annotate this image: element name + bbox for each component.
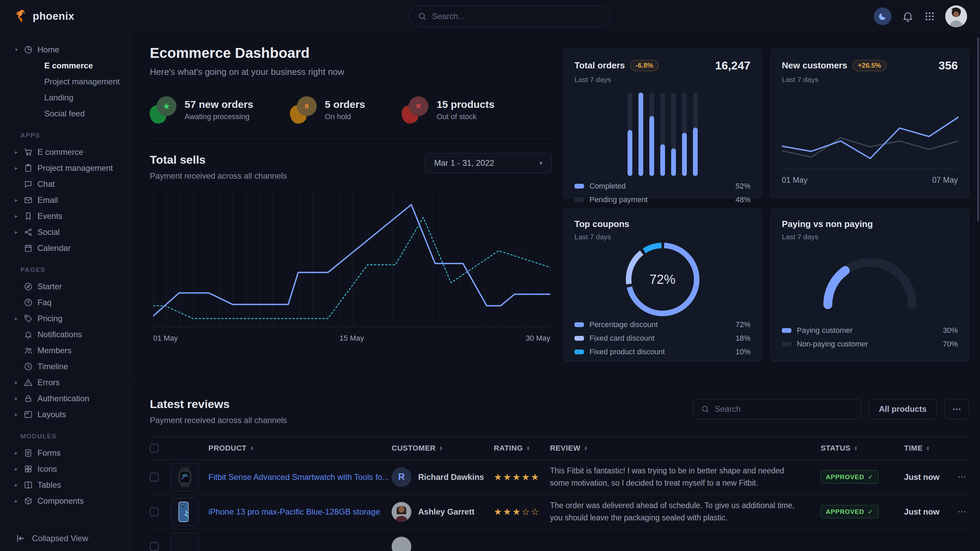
more-options-button[interactable]: ⋯ [945,399,969,419]
sidebar-item-events[interactable]: ▸Events [0,208,130,224]
sidebar-item-chat[interactable]: Chat [0,176,130,192]
total-sells-lines [153,192,550,327]
sidebar-item-home[interactable]: ▾Home [0,41,130,57]
sidebar-item-forms[interactable]: ▸Forms [0,445,130,461]
date-range-value: Mar 1 - 31, 2022 [434,158,494,168]
sidebar-subitem-social-feed[interactable]: Social feed [0,105,130,122]
caret-down-icon: ▾ [15,47,24,53]
legend-swatch [574,349,584,354]
sidebar-item-authentication[interactable]: ▸Authentication [0,391,130,407]
sidebar-section-modules: MODULES [0,422,130,445]
collapsed-view-toggle[interactable]: Collapsed View [0,525,130,551]
column-header-product[interactable]: PRODUCT ▲▼ [171,444,391,453]
sidebar-item-starter[interactable]: Starter [0,278,130,294]
legend-value: 18% [735,334,751,343]
sidebar-item-icons[interactable]: ▸Icons [0,461,130,477]
order-bar [671,92,676,176]
product-link[interactable]: Fitbit Sense Advanced Smartwatch with To… [208,472,389,482]
stat-sublabel: Awating processing [185,112,253,121]
select-all-checkbox[interactable] [150,444,159,453]
theme-toggle-button[interactable] [874,8,891,25]
sidebar-item-faq[interactable]: Faq [0,294,130,310]
sidebar-item-tables[interactable]: ▸Tables [0,477,130,493]
legend-swatch [574,184,584,189]
row-menu-button[interactable]: ⋯ [953,507,969,517]
sidebar-subitem-landing[interactable]: Landing [0,89,130,105]
total-orders-period: Last 7 days [574,76,751,84]
column-label: CUSTOMER [391,444,436,453]
global-search-input[interactable]: Search... [409,6,611,27]
stat-value: 57 new orders [185,99,253,110]
review-text: This Fitbit is fantastic! I was trying t… [550,465,821,489]
row-checkbox[interactable] [150,542,159,551]
sidebar-subitem-e-commerce[interactable]: E commerce [0,57,130,73]
column-header-rating[interactable]: RATING ▲▼ [494,444,550,453]
caret-right-icon: ▸ [15,482,24,488]
search-icon [418,12,427,21]
reviews-search-input[interactable]: Search [693,399,861,419]
legend-swatch [574,197,584,202]
column-header-status[interactable]: STATUS ▲▼ [821,444,904,453]
row-menu-button[interactable]: ⋯ [953,472,969,482]
legend-label: Percentage discount [589,320,658,329]
column-header-review[interactable]: REVIEW ▲▼ [550,444,821,453]
sidebar-item-label: Pricing [37,314,62,323]
sidebar-item-timeline[interactable]: Timeline [0,358,130,374]
brand-name: phoenix [33,10,74,22]
stat-on-hold: 5 orders On hold [290,96,365,124]
column-header-time[interactable]: TIME ▲▼ [904,444,953,453]
sidebar-item-pricing[interactable]: ▸Pricing [0,310,130,326]
sidebar-item-label: Errors [37,378,60,387]
notifications-button[interactable] [902,10,914,22]
all-products-button[interactable]: All products [868,399,937,419]
legend-label: Fixed card discount [589,334,654,343]
column-header-customer[interactable]: CUSTOMER ▲▼ [391,444,494,453]
page-scrollbar[interactable] [977,37,979,221]
user-avatar[interactable] [945,5,967,27]
legend-value: 52% [735,182,751,191]
row-checkbox[interactable] [150,473,159,481]
total-sells-title: Total sells [150,153,287,167]
total-orders-value: 16,247 [715,59,751,72]
sidebar-item-social[interactable]: ▸Social [0,224,130,240]
product-link[interactable]: iPhone 13 pro max-Pacific Blue-128GB sto… [208,507,380,517]
sidebar-item-notifications[interactable]: Notifications [0,326,130,342]
collapse-icon [16,534,25,543]
reviews-subtitle: Payment received across all channels [150,416,287,425]
check-icon: ✓ [868,508,873,516]
sidebar-item-errors[interactable]: ▸Errors [0,374,130,391]
bookmark-icon [24,212,37,221]
row-checkbox[interactable] [150,507,159,516]
sidebar-item-members[interactable]: Members [0,342,130,358]
sidebar-item-email[interactable]: ▸Email [0,192,130,208]
order-bar [693,92,698,176]
caret-right-icon: ▸ [15,316,24,322]
bell-icon [24,330,37,339]
product-thumbnail [171,463,199,491]
star-badge-icon: ★ [150,96,177,124]
main-content: Ecommerce Dashboard Here's what's going … [130,33,980,551]
legend-value: 48% [735,195,751,204]
avatar [391,537,411,551]
new-customers-card: New customers +26.5% 356 Last 7 days 01 … [771,48,969,198]
sidebar-item-project-management[interactable]: ▸Project management [0,160,130,176]
legend-label: Paying customer [797,326,853,335]
legend-value: 30% [943,326,958,335]
sidebar-item-layouts[interactable]: ▸Layouts [0,407,130,422]
sidebar-item-components[interactable]: ▸Components [0,493,130,509]
top-coupons-donut-chart: 72% [574,241,751,318]
sidebar-subitem-project-management[interactable]: Project management [0,73,130,89]
paying-period: Last 7 days [782,233,958,241]
sidebar-item-calendar[interactable]: Calendar [0,240,130,256]
date-range-select[interactable]: Mar 1 - 31, 2022 ▾ [425,153,552,173]
apps-menu-button[interactable] [924,11,935,22]
sidebar-item-e-commerce[interactable]: ▸E commerce [0,144,130,160]
table-row: Fitbit Sense Advanced Smartwatch with To… [150,460,969,494]
table-icon [24,481,37,489]
order-bar [682,92,687,176]
brand[interactable]: phoenix [13,9,74,24]
new-customers-title: New customers [782,60,847,71]
legend-label: Completed [589,182,625,191]
column-label: TIME [904,444,923,453]
order-bar [649,92,654,176]
